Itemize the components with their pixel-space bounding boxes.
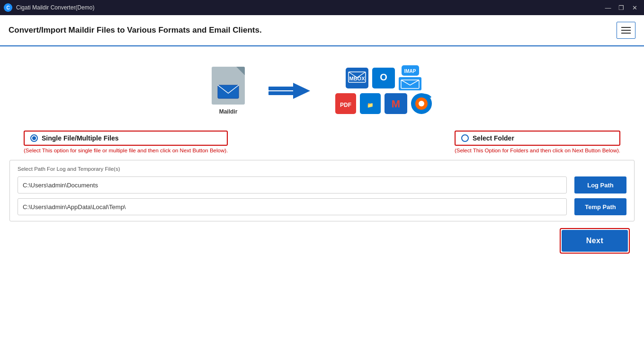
- single-file-option-group: Single File/Multiple Files (Select This …: [24, 131, 228, 153]
- output-icons-group: MBOX O: [335, 65, 432, 116]
- path-inputs: [18, 176, 567, 215]
- titlebar-controls: — ❐ ✕: [602, 3, 640, 12]
- titlebar-title: Cigati Maildir Converter(Demo): [16, 4, 94, 11]
- next-button-wrapper: Next: [560, 228, 630, 254]
- svg-text:MBOX: MBOX: [349, 76, 366, 81]
- select-folder-radio-box[interactable]: Select Folder: [455, 131, 620, 146]
- titlebar-left: C Cigati Maildir Converter(Demo): [4, 3, 94, 12]
- imap-label: IMAP: [404, 69, 416, 74]
- illustration-area: Maildir MBOX: [9, 51, 635, 126]
- hamburger-line-2: [621, 30, 631, 31]
- content-area: Maildir MBOX: [0, 46, 644, 343]
- svg-rect-1: [268, 87, 295, 90]
- pdf-icon-svg: PDF: [335, 93, 357, 114]
- outlook-icon-svg: O: [372, 67, 395, 89]
- gmail-icon-svg: M: [384, 93, 408, 114]
- path-section: Select Path For Log and Temporary File(s…: [9, 160, 635, 221]
- imap-icon-group: IMAP: [398, 65, 422, 91]
- output-row-1: MBOX O: [345, 65, 422, 91]
- close-button[interactable]: ✕: [629, 3, 640, 12]
- output-row-2: PDF 📁 M: [335, 93, 432, 116]
- select-folder-hint: (Select This Option for Folders and then…: [455, 148, 620, 153]
- minimize-button[interactable]: —: [602, 3, 614, 12]
- maximize-button[interactable]: ❐: [616, 3, 627, 12]
- select-folder-radio-label: Select Folder: [473, 134, 514, 142]
- log-path-button[interactable]: Log Path: [574, 176, 626, 193]
- header: Convert/Import Maildir Files to Various …: [0, 15, 644, 46]
- azure-icon-svg: 📁: [359, 93, 381, 114]
- svg-marker-3: [293, 83, 310, 99]
- maildir-source-label: Maildir: [219, 108, 238, 115]
- options-section: Single File/Multiple Files (Select This …: [9, 126, 635, 158]
- path-section-title: Select Path For Log and Temporary File(s…: [18, 166, 626, 172]
- next-button[interactable]: Next: [562, 230, 628, 252]
- thunderbird-icon-group: [411, 93, 432, 116]
- thunderbird-icon-svg: [411, 93, 432, 114]
- outlook-icon-group: O: [372, 67, 395, 89]
- svg-text:📁: 📁: [367, 102, 374, 108]
- arrow-icon: [268, 79, 311, 103]
- maildir-file-icon: [212, 67, 245, 105]
- path-buttons: Log Path Temp Path: [574, 176, 626, 215]
- imap-envelope-svg: [398, 77, 422, 91]
- svg-text:O: O: [380, 72, 387, 82]
- temp-path-input[interactable]: [18, 198, 567, 215]
- hamburger-line-3: [621, 33, 631, 34]
- select-folder-option-group: Select Folder (Select This Option for Fo…: [455, 131, 620, 153]
- titlebar: C Cigati Maildir Converter(Demo) — ❐ ✕: [0, 0, 644, 15]
- maildir-source-icon: Maildir: [212, 67, 245, 115]
- svg-rect-2: [268, 91, 295, 95]
- svg-text:PDF: PDF: [340, 102, 351, 108]
- maildir-envelope-svg: [217, 85, 239, 99]
- arrow-svg: [268, 79, 311, 103]
- single-file-hint: (Select This option for single file or m…: [24, 148, 228, 153]
- svg-text:M: M: [392, 98, 400, 110]
- temp-path-button[interactable]: Temp Path: [574, 198, 626, 215]
- app-icon: C: [4, 3, 12, 12]
- maildir-file-body: [212, 67, 245, 105]
- single-file-radio-box[interactable]: Single File/Multiple Files: [24, 131, 228, 146]
- pdf-icon-group: PDF: [335, 93, 357, 116]
- bottom-bar: Next: [9, 223, 635, 258]
- azure-icon-group: 📁: [359, 93, 381, 116]
- main-window: Convert/Import Maildir Files to Various …: [0, 15, 644, 343]
- gmail-icon-group: M: [384, 93, 408, 116]
- select-folder-radio-circle[interactable]: [461, 134, 469, 142]
- single-file-radio-circle[interactable]: [30, 134, 38, 142]
- log-path-input[interactable]: [18, 176, 567, 193]
- page-title: Convert/Import Maildir Files to Various …: [9, 26, 262, 35]
- svg-point-19: [419, 101, 424, 106]
- path-rows: Log Path Temp Path: [18, 176, 626, 215]
- hamburger-menu-button[interactable]: [617, 22, 635, 39]
- mbox-icon-group: MBOX: [345, 67, 369, 89]
- mbox-icon-svg: MBOX: [345, 67, 369, 89]
- hamburger-line-1: [621, 27, 631, 28]
- single-file-radio-label: Single File/Multiple Files: [42, 134, 119, 142]
